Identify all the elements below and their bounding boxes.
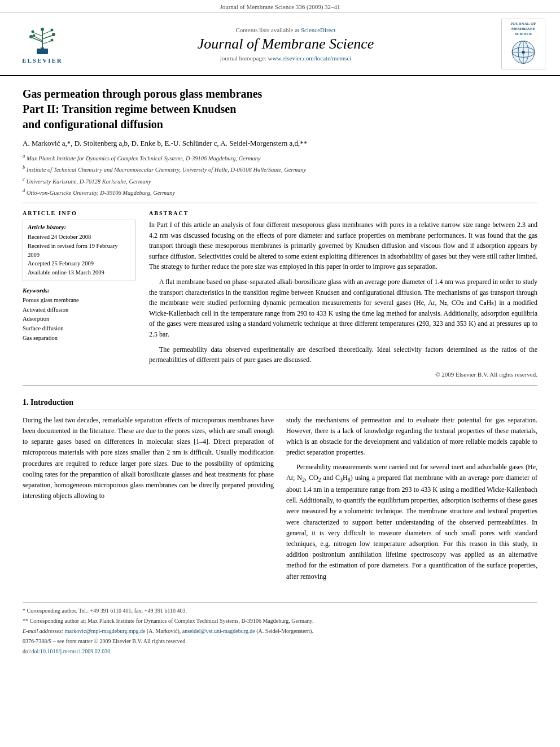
svg-point-13 — [32, 34, 35, 37]
email-link2[interactable]: anseidel@vst.uni-magdeburg.de — [182, 628, 255, 634]
svg-line-5 — [42, 30, 52, 34]
homepage-link[interactable]: www.elsevier.com/locate/memsci — [268, 55, 352, 62]
abstract-label: ABSTRACT — [149, 210, 537, 216]
abstract-p1: In Part I of this article an analysis of… — [149, 220, 537, 272]
article-info-label: ARTICLE INFO — [23, 210, 135, 216]
svg-point-8 — [29, 35, 33, 38]
svg-point-10 — [31, 30, 34, 33]
keywords-label: Keywords: — [23, 287, 135, 294]
svg-point-11 — [50, 28, 53, 31]
revised-date: Received in revised form 19 February 200… — [28, 242, 130, 260]
elsevier-tree-icon — [23, 25, 62, 56]
divider2 — [23, 385, 537, 386]
abstract-text: In Part I of this article an analysis of… — [149, 220, 537, 379]
sciencedirect-link[interactable]: ScienceDirect — [301, 27, 336, 33]
footer-doi: doi:doi:10.1016/j.memsci.2009.02.030 — [23, 647, 537, 656]
svg-point-9 — [52, 33, 55, 36]
article-title: Gas permeation through porous glass memb… — [23, 86, 537, 132]
affiliation-d: d Otto-von-Guericke University, D-39106 … — [23, 187, 537, 197]
footer-issn: 0376-7388/$ – see front matter © 2009 El… — [23, 637, 537, 646]
elsevier-logo: ELSEVIER — [22, 25, 63, 64]
header-area: ELSEVIER Contents lists available at Sci… — [0, 13, 560, 76]
intro-col-right: study the mechanisms of permeation and t… — [286, 415, 537, 586]
svg-rect-15 — [37, 49, 48, 54]
intro-col-left: During the last two decades, remarkable … — [23, 415, 274, 586]
journal-homepage: journal homepage: www.elsevier.com/locat… — [73, 55, 498, 62]
article-info-col: ARTICLE INFO Article history: Received 2… — [23, 210, 135, 379]
abstract-p2: A flat membrane based on phase-separated… — [149, 277, 537, 340]
journal-reference: Journal of Membrane Science 336 (2009) 3… — [220, 3, 340, 10]
journal-logo-area: journal ofMEMBRANESCIENCE — [498, 19, 549, 69]
intro-p3: Permeability measurements were carried o… — [286, 462, 537, 582]
email-link1[interactable]: markovic@mpi-magdeburg.mpg.de — [65, 628, 146, 634]
page-wrapper: Journal of Membrane Science 336 (2009) 3… — [0, 0, 560, 747]
keyword-1: Porous glass membrane — [23, 296, 135, 305]
divider — [23, 203, 537, 203]
keyword-2: Activated diffusion — [23, 305, 135, 315]
journal-logo-box: journal ofMEMBRANESCIENCE — [501, 19, 545, 69]
article-info-abstract: ARTICLE INFO Article history: Received 2… — [23, 210, 537, 379]
abstract-col: ABSTRACT In Part I of this article an an… — [149, 210, 537, 379]
svg-line-3 — [42, 35, 54, 39]
affiliation-a: a Max Planck Institute for Dynamics of C… — [23, 152, 537, 163]
contents-line: Contents lists available at ScienceDirec… — [73, 27, 498, 33]
received-date: Received 24 October 2008 — [28, 233, 130, 242]
footer-corresponding2: ** Corresponding author at: Max Planck I… — [23, 617, 537, 626]
affiliation-b: b Institute of Technical Chemistry and M… — [23, 164, 537, 174]
intro-two-col: During the last two decades, remarkable … — [23, 415, 537, 586]
footer-corresponding1: * Corresponding author. Tel.: +49 391 61… — [23, 606, 537, 615]
intro-p2: study the mechanisms of permeation and t… — [286, 415, 537, 458]
available-date: Available online 13 March 2009 — [28, 268, 130, 277]
affiliation-c: c University Karlsruhe, D-76128 Karlsruh… — [23, 176, 537, 186]
footer-email: E-mail addresses: markovic@mpi-magdeburg… — [23, 627, 537, 636]
history-title: Article history: — [28, 224, 130, 230]
journal-header-center: Contents lists available at ScienceDirec… — [73, 27, 498, 62]
abstract-p3: The permeability data observed experimen… — [149, 344, 537, 365]
top-bar: Journal of Membrane Science 336 (2009) 3… — [0, 0, 560, 13]
svg-point-12 — [50, 38, 53, 41]
elsevier-logo-area: ELSEVIER — [11, 25, 73, 64]
authors-line: A. Marković a,*, D. Stoltenberg a,b, D. … — [23, 139, 537, 148]
journal-title: Journal of Membrane Science — [73, 36, 498, 53]
copyright: © 2009 Elsevier B.V. All rights reserved… — [149, 370, 537, 379]
article-history-box: Article history: Received 24 October 200… — [23, 220, 135, 281]
journal-logo-icon — [508, 38, 539, 67]
affiliations: a Max Planck Institute for Dynamics of C… — [23, 152, 537, 197]
keyword-4: Surface diffusion — [23, 324, 135, 334]
svg-point-21 — [522, 51, 524, 54]
intro-p1: During the last two decades, remarkable … — [23, 415, 274, 502]
svg-line-6 — [42, 41, 52, 44]
introduction-section: 1. Introduction During the last two deca… — [23, 398, 537, 586]
intro-heading: 1. Introduction — [23, 398, 537, 409]
accepted-date: Accepted 25 February 2009 — [28, 259, 130, 268]
footer-notes: * Corresponding author. Tel.: +49 391 61… — [23, 602, 537, 656]
keyword-3: Adsorption — [23, 314, 135, 324]
keyword-5: Gas separation — [23, 334, 135, 343]
main-content: Gas permeation through porous glass memb… — [0, 76, 560, 667]
elsevier-text: ELSEVIER — [22, 57, 63, 64]
doi-link[interactable]: doi:10.1016/j.memsci.2009.02.030 — [32, 648, 111, 654]
svg-point-14 — [41, 28, 44, 31]
journal-logo-title: journal ofMEMBRANESCIENCE — [511, 21, 536, 37]
